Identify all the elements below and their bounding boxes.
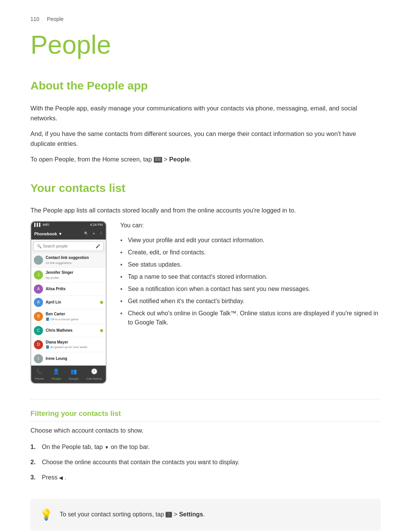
contact-info: Irene Leung	[46, 356, 103, 362]
phone-search-bar: 🔍 🎤	[33, 241, 104, 251]
avatar: J	[34, 270, 43, 280]
avatar: I	[34, 354, 43, 363]
groups-tab-icon: 👥	[70, 367, 77, 376]
contact-sub: 22 link suggestions	[46, 261, 103, 265]
contact-name: Diana Mayer	[46, 339, 103, 345]
step-text: Choose the online accounts that contain …	[42, 459, 239, 465]
avatar: D	[34, 340, 43, 349]
contact-name: Irene Leung	[46, 356, 103, 362]
about-para-3-text: To open People, from the Home screen, ta…	[30, 156, 152, 163]
contact-info: Contact link suggestion 22 link suggesti…	[46, 255, 103, 265]
list-item: C Chris Mathews	[31, 324, 106, 337]
filtering-steps: 1. On the People tab, tap ▼ on the top b…	[30, 441, 381, 484]
phone-tab-phone: 📞 Phone	[35, 367, 44, 381]
bullet-item: Create, edit, or find contacts.	[120, 246, 381, 259]
contact-name: Jennifer Singer	[46, 270, 103, 276]
avatar: C	[34, 326, 43, 335]
bullet-item: Check out who's online in Google Talk™. …	[120, 307, 381, 329]
phone-status-bar: ▌▌▌ WiFi 4:24 PM	[31, 222, 106, 228]
page-number-label: People	[47, 15, 64, 24]
contacts-list-title: Your contacts list	[30, 179, 381, 197]
contact-name: Chris Mathews	[46, 328, 97, 334]
callhistory-tab-icon: 🕐	[91, 367, 97, 376]
about-para-2: And, if you have the same contacts from …	[30, 129, 381, 149]
list-item: A Alisa Pritts	[31, 283, 106, 296]
groups-tab-label: Groups	[69, 377, 79, 381]
search-field-icon: 🔍	[37, 243, 41, 249]
online-status-dot	[100, 301, 103, 304]
search-people-input[interactable]	[43, 244, 96, 248]
step-number: 3.	[30, 473, 35, 482]
bullet-item: See status updates.	[120, 259, 381, 271]
add-icon: ＋	[92, 231, 96, 236]
list-item: D Diana Mayer 📘 All gealed up for next w…	[31, 337, 106, 352]
list-item: B Ben Carter 📘 Off to a soccer game	[31, 309, 106, 324]
phone-contact-list: 🔗 Contact link suggestion 22 link sugges…	[31, 253, 106, 366]
search-icon: 🔍	[84, 231, 88, 236]
avatar: B	[34, 312, 43, 321]
phone-mockup: ▌▌▌ WiFi 4:24 PM Phonebook ▼ 🔍 ＋ ⋮	[30, 221, 107, 384]
list-item: A April Lin	[31, 296, 106, 309]
contact-name: Contact link suggestion	[46, 255, 103, 261]
step-text: Press ◀ .	[42, 474, 66, 481]
contacts-list-intro: The People app lists all contacts stored…	[30, 205, 381, 215]
section-divider	[30, 399, 381, 399]
people-bold-label: People	[169, 156, 190, 163]
about-title: About the People app	[30, 77, 381, 95]
avatar: A	[34, 284, 43, 294]
contact-info: April Lin	[46, 299, 97, 305]
contact-info: Ben Carter 📘 Off to a soccer game	[46, 311, 103, 322]
back-icon: ◀	[59, 474, 63, 482]
contact-name: Alisa Pritts	[46, 286, 103, 292]
contact-info: Jennifer Singer My profile	[46, 270, 103, 280]
bullet-item: Get notified when it's the contact's bir…	[120, 295, 381, 307]
avatar: 🔗	[34, 256, 43, 265]
people-tab-label: People	[51, 377, 61, 381]
avatar: A	[34, 298, 43, 307]
contact-sub: 📘 Off to a soccer game	[46, 317, 103, 322]
mic-icon: 🎤	[96, 243, 100, 249]
contacts-right-col: You can: View your profile and edit your…	[120, 221, 381, 335]
list-item: J Jennifer Singer My profile	[31, 268, 106, 283]
phone-tab-groups: 👥 Groups	[69, 367, 79, 381]
step-text: On the People tab, tap ▼ on the top bar.	[42, 444, 150, 450]
callhistory-tab-label: Call History	[86, 377, 102, 381]
about-para-3: To open People, from the Home screen, ta…	[30, 154, 381, 164]
phone-time: 4:24 PM	[90, 222, 103, 228]
about-para-1: With the People app, easily manage your …	[30, 103, 381, 123]
phonebook-text: Phonebook	[34, 231, 57, 237]
step-1: 1. On the People tab, tap ▼ on the top b…	[30, 441, 381, 453]
step-3: 3. Press ◀ .	[30, 471, 381, 484]
contact-sub: 📘 All gealed up for next week!	[46, 345, 103, 350]
page-number-line: 110 People	[30, 15, 381, 24]
contacts-two-col: ▌▌▌ WiFi 4:24 PM Phonebook ▼ 🔍 ＋ ⋮	[30, 221, 381, 384]
tip-box: 💡 To set your contact sorting options, t…	[30, 499, 381, 530]
filtering-intro: Choose which account contacts to show.	[30, 425, 381, 435]
settings-bold-label: Settings	[179, 511, 203, 518]
phonebook-dropdown-icon: ▼	[58, 231, 62, 237]
contact-name: April Lin	[46, 299, 97, 305]
tip-text: To set your contact sorting options, tap…	[60, 510, 205, 519]
page-number: 110	[30, 15, 39, 24]
you-can-text: You can:	[120, 221, 381, 230]
phone-app-bar: Phonebook ▼ 🔍 ＋ ⋮	[31, 228, 106, 240]
grid-icon: ⠿⠿	[154, 157, 162, 163]
filtering-section: Filtering your contacts list Choose whic…	[30, 399, 381, 484]
phonebook-label: Phonebook ▼	[34, 231, 62, 237]
menu-icon: ⋮	[99, 231, 103, 236]
phone-bottom-bar: 📞 Phone 👤 People 👥 Groups 🕐 Call History	[31, 366, 106, 383]
list-item: 🔗 Contact link suggestion 22 link sugges…	[31, 253, 106, 268]
step-2: 2. Choose the online accounts that conta…	[30, 456, 381, 468]
list-item: I Irene Leung	[31, 352, 106, 366]
menu-dots-icon: ⋮	[166, 512, 172, 518]
phone-tab-people: 👤 People	[51, 367, 61, 381]
online-status-dot	[100, 329, 103, 332]
phone-tab-icon: 📞	[36, 367, 43, 376]
contact-sub: My profile	[46, 276, 103, 280]
phone-mockup-wrap: ▌▌▌ WiFi 4:24 PM Phonebook ▼ 🔍 ＋ ⋮	[30, 221, 107, 384]
contact-info: Alisa Pritts	[46, 286, 103, 292]
step-number: 1.	[30, 443, 35, 452]
contacts-list-section: Your contacts list The People app lists …	[30, 179, 381, 384]
bullet-item: View your profile and edit your contact …	[120, 234, 381, 246]
lightbulb-icon: 💡	[40, 506, 53, 523]
